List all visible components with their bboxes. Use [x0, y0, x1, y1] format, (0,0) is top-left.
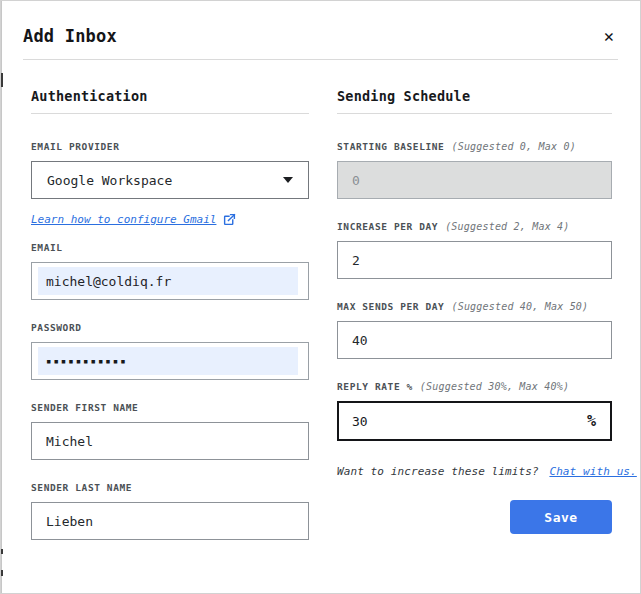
- increase-per-day-field-group: INCREASE PER DAY (Suggested 2, Max 4): [337, 221, 612, 279]
- max-sends-per-day-hint: (Suggested 40, Max 50): [451, 301, 588, 312]
- close-icon[interactable]: ✕: [604, 28, 614, 45]
- email-provider-field: EMAIL PROVIDER Google Workspace: [31, 141, 309, 199]
- email-input[interactable]: [38, 267, 298, 295]
- email-provider-value: Google Workspace: [47, 173, 172, 188]
- modal-body: Authentication EMAIL PROVIDER Google Wor…: [1, 60, 640, 540]
- increase-limits-row: Want to increase these limits? Chat with…: [337, 465, 612, 478]
- authentication-heading: Authentication: [31, 88, 309, 114]
- chat-with-us-link[interactable]: Chat with us.: [549, 465, 636, 478]
- page-title: Add Inbox: [23, 26, 117, 46]
- starting-baseline-field-group: STARTING BASELINE (Suggested 0, Max 0): [337, 141, 612, 199]
- max-sends-per-day-input[interactable]: [337, 321, 612, 359]
- configure-gmail-link[interactable]: Learn how to configure Gmail: [31, 213, 216, 226]
- sending-schedule-section: Sending Schedule STARTING BASELINE (Sugg…: [337, 88, 612, 540]
- reply-rate-input[interactable]: [339, 414, 587, 429]
- password-label: PASSWORD: [31, 322, 82, 333]
- save-row: Save: [337, 500, 612, 534]
- sending-schedule-heading: Sending Schedule: [337, 88, 612, 114]
- external-link-icon: [223, 213, 236, 226]
- last-name-input[interactable]: [31, 502, 309, 540]
- starting-baseline-label: STARTING BASELINE: [337, 141, 444, 152]
- password-input-wrap: [31, 342, 309, 380]
- email-provider-select[interactable]: Google Workspace: [31, 161, 309, 199]
- underlying-page-edge: [1, 549, 3, 554]
- increase-per-day-label: INCREASE PER DAY: [337, 221, 438, 232]
- first-name-label: SENDER FIRST NAME: [31, 402, 138, 413]
- first-name-input[interactable]: [31, 422, 309, 460]
- email-provider-label: EMAIL PROVIDER: [31, 141, 119, 152]
- underlying-page-edge: [1, 1, 2, 593]
- email-label: EMAIL: [31, 242, 63, 253]
- reply-rate-label: REPLY RATE %: [337, 381, 413, 392]
- modal-header: Add Inbox ✕: [1, 1, 640, 46]
- reply-rate-hint: (Suggested 30%, Max 40%): [420, 381, 569, 392]
- starting-baseline-hint: (Suggested 0, Max 0): [451, 141, 575, 152]
- chevron-down-icon: [283, 177, 293, 183]
- increase-per-day-input[interactable]: [337, 241, 612, 279]
- reply-rate-field-group: REPLY RATE % (Suggested 30%, Max 40%) %: [337, 381, 612, 441]
- underlying-page-edge: [1, 570, 3, 576]
- first-name-field-group: SENDER FIRST NAME: [31, 402, 309, 460]
- last-name-field-group: SENDER LAST NAME: [31, 482, 309, 540]
- password-field-group: PASSWORD: [31, 322, 309, 380]
- increase-limits-text: Want to increase these limits?: [337, 465, 539, 478]
- authentication-section: Authentication EMAIL PROVIDER Google Wor…: [31, 88, 309, 540]
- reply-rate-input-wrap: %: [337, 401, 612, 441]
- max-sends-per-day-field-group: MAX SENDS PER DAY (Suggested 40, Max 50): [337, 301, 612, 359]
- email-input-wrap: [31, 262, 309, 300]
- max-sends-per-day-label: MAX SENDS PER DAY: [337, 301, 444, 312]
- email-field-group: EMAIL: [31, 242, 309, 300]
- percent-icon: %: [587, 412, 596, 430]
- starting-baseline-input: [337, 161, 612, 199]
- increase-per-day-hint: (Suggested 2, Max 4): [445, 221, 569, 232]
- save-button[interactable]: Save: [510, 500, 612, 534]
- last-name-label: SENDER LAST NAME: [31, 482, 132, 493]
- password-input[interactable]: [38, 347, 298, 375]
- add-inbox-modal: Add Inbox ✕ Authentication EMAIL PROVIDE…: [0, 0, 641, 594]
- underlying-page-edge: [1, 73, 3, 87]
- configure-gmail-link-row: Learn how to configure Gmail: [31, 213, 309, 226]
